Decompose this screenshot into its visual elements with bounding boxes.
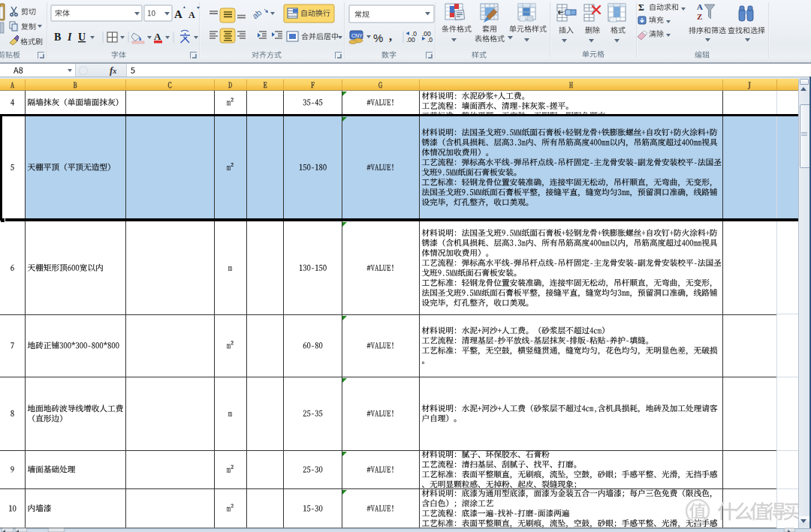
svg-text:%: % [373, 32, 383, 44]
svg-text:Z: Z [697, 12, 702, 21]
svg-text:.0: .0 [427, 36, 433, 44]
svg-text:.00: .00 [406, 36, 415, 44]
svg-text:ab: ab [250, 8, 263, 20]
svg-text:Σ: Σ [638, 2, 644, 13]
svg-text:A: A [697, 2, 703, 11]
svg-text:I: I [67, 32, 72, 43]
svg-text:B: B [54, 32, 61, 43]
svg-text:U: U [78, 32, 86, 43]
svg-text:A: A [154, 31, 161, 42]
svg-text:,: , [389, 30, 392, 43]
svg-text:CNY: CNY [351, 33, 363, 38]
svg-text:A: A [174, 8, 182, 20]
svg-text:A: A [188, 10, 195, 20]
